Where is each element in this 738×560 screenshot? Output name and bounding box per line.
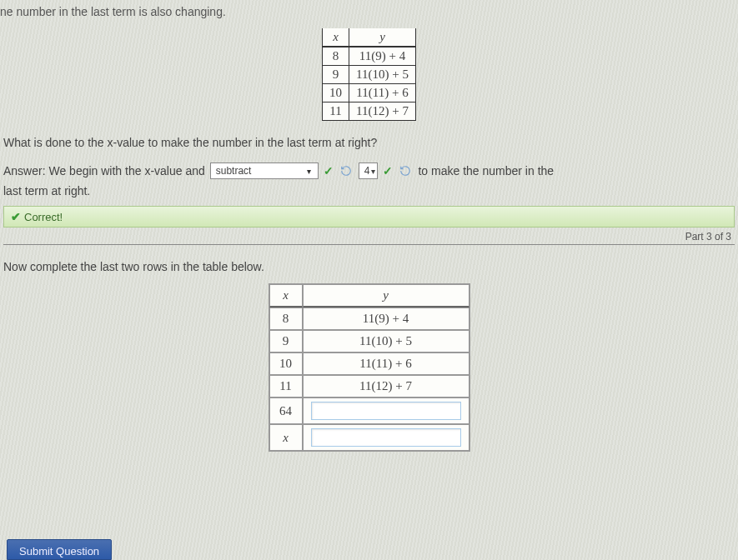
cell-x: 10 [323, 84, 349, 102]
prompt-2: Now complete the last two rows in the ta… [3, 260, 735, 273]
cell-y: 11(10) + 5 [303, 330, 469, 352]
cell-x: x [269, 424, 303, 451]
answer-line-2: last term at right. [3, 184, 735, 198]
table-input-row: 64 [269, 398, 469, 424]
dropdown-value: subtract [216, 165, 252, 177]
check-icon: ✔ [11, 210, 21, 223]
table2-header-x: x [269, 284, 303, 308]
answer-suffix: to make the number in the [418, 164, 554, 178]
cell-x: 11 [269, 375, 303, 398]
cell-x: 8 [323, 47, 349, 66]
check-icon: ✓ [383, 164, 393, 178]
part-label: Part 3 of 3 [685, 231, 731, 242]
correct-label: Correct! [24, 211, 63, 223]
submit-question-button[interactable]: Submit Question [7, 539, 112, 560]
number-dropdown[interactable]: 4 ▾ [359, 162, 379, 179]
cell-y: 11(9) + 4 [349, 47, 416, 66]
table-row: 811(9) + 4 [269, 308, 469, 330]
table2-header-y: y [303, 284, 469, 308]
cell-y: 11(9) + 4 [303, 308, 469, 330]
table-row: 1011(11) + 6 [323, 84, 416, 102]
table-row: 811(9) + 4 [323, 47, 416, 66]
table-row: 911(10) + 5 [269, 330, 469, 352]
table-2: x y 811(9) + 4 911(10) + 5 1011(11) + 6 … [269, 283, 470, 452]
cell-x: 10 [269, 352, 303, 375]
cell-y: 11(12) + 7 [303, 375, 469, 398]
correct-feedback: ✔ Correct! [3, 206, 735, 228]
answer-prefix: Answer: We begin with the x-value and [3, 164, 205, 178]
table1-header-y: y [349, 28, 416, 47]
check-icon: ✓ [324, 164, 334, 178]
chevron-down-icon: ▾ [303, 167, 316, 176]
number-value: 4 [364, 165, 370, 177]
cell-x: 64 [269, 398, 303, 424]
table-row: 1111(12) + 7 [269, 375, 469, 398]
table-row: 911(10) + 5 [323, 66, 416, 84]
chevron-down-icon: ▾ [371, 167, 375, 176]
cell-y: 11(10) + 5 [349, 66, 416, 84]
operation-dropdown[interactable]: subtract ▾ [210, 162, 319, 179]
table-input-row: x [269, 424, 469, 451]
y-input-row-x[interactable] [311, 428, 461, 447]
table-row: 1011(11) + 6 [269, 352, 469, 375]
cell-x: 9 [269, 330, 303, 352]
question-text: What is done to the x-value to make the … [3, 136, 735, 149]
cell-y: 11(11) + 6 [303, 352, 469, 375]
cell-y: 11(11) + 6 [349, 84, 416, 102]
y-input-row-64[interactable] [311, 402, 461, 420]
retry-icon[interactable] [339, 164, 354, 178]
cell-x: 9 [323, 66, 349, 84]
table-1: x y 811(9) + 4 911(10) + 5 1011(11) + 6 … [322, 28, 416, 121]
cell-x: 11 [323, 102, 349, 121]
cell-y: 11(12) + 7 [349, 102, 416, 121]
table-row: 1111(12) + 7 [323, 102, 416, 121]
table1-header-x: x [323, 28, 349, 47]
cell-x: 8 [269, 308, 303, 330]
retry-icon[interactable] [398, 164, 413, 178]
truncated-top-text: ne number in the last term is also chang… [0, 5, 738, 18]
